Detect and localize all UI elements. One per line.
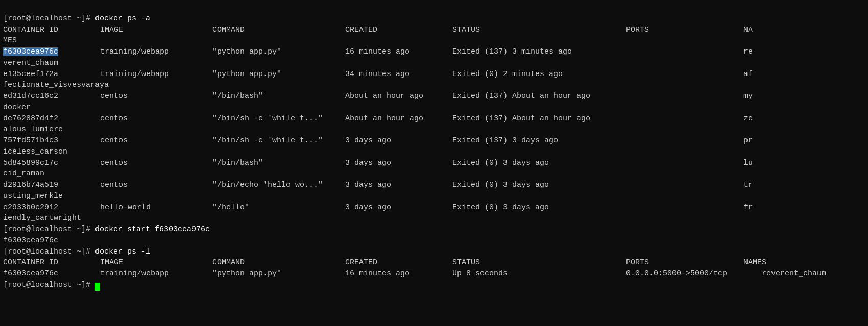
table-row-3b: docker <box>3 103 31 112</box>
table-row-1b: verent_chaum <box>3 59 58 67</box>
table-row-6b: cid_raman <box>3 169 44 178</box>
table-row-5b: iceless_carson <box>3 147 67 156</box>
table-row-8b: iendly_cartwright <box>3 214 81 222</box>
header-row1b: MES <box>3 36 17 45</box>
table-row-2: e135ceef172a training/webapp "python app… <box>3 70 753 79</box>
cursor <box>95 283 100 291</box>
table-row-3: ed31d7cc16c2 centos "/bin/bash" About an… <box>3 92 753 101</box>
table-row-4: de762887d4f2 centos "/bin/sh -c 'while t… <box>3 114 753 123</box>
container-id-highlighted: f6303cea976c <box>3 47 58 56</box>
header-row1: CONTAINER IDIMAGECOMMANDCREATEDSTATUSPOR… <box>3 26 753 34</box>
header-row2: CONTAINER IDIMAGECOMMANDCREATEDSTATUSPOR… <box>3 258 766 267</box>
prompt-line2: [root@localhost ~]# docker start f6303ce… <box>3 225 210 234</box>
table-row-6: 5d845899c17c centos "/bin/bash" 3 days a… <box>3 159 753 167</box>
table-row-1: f6303cea976c training/webapp "python app… <box>3 47 753 56</box>
prompt-line4: [root@localhost ~]# <box>3 281 100 289</box>
terminal-output: [root@localhost ~]# docker ps -a CONTAIN… <box>3 2 865 291</box>
table-row-8: e2933b0c2912 hello-world "/hello" 3 days… <box>3 203 753 212</box>
table-row-7: d2916b74a519 centos "/bin/echo 'hello wo… <box>3 181 753 189</box>
prompt-line3: [root@localhost ~]# docker ps -l <box>3 247 150 256</box>
last-table-row: f6303cea976c training/webapp "python app… <box>3 269 826 278</box>
table-row-7b: usting_merkle <box>3 192 63 200</box>
table-row-5: 757fd571b4c3 centos "/bin/sh -c 'while t… <box>3 136 753 145</box>
start-output: f6303cea976c <box>3 236 58 245</box>
prompt-line1: [root@localhost ~]# docker ps -a <box>3 14 150 23</box>
table-row-4b: alous_lumiere <box>3 125 63 134</box>
table-row-2b: fectionate_visvesvaraya <box>3 81 109 89</box>
